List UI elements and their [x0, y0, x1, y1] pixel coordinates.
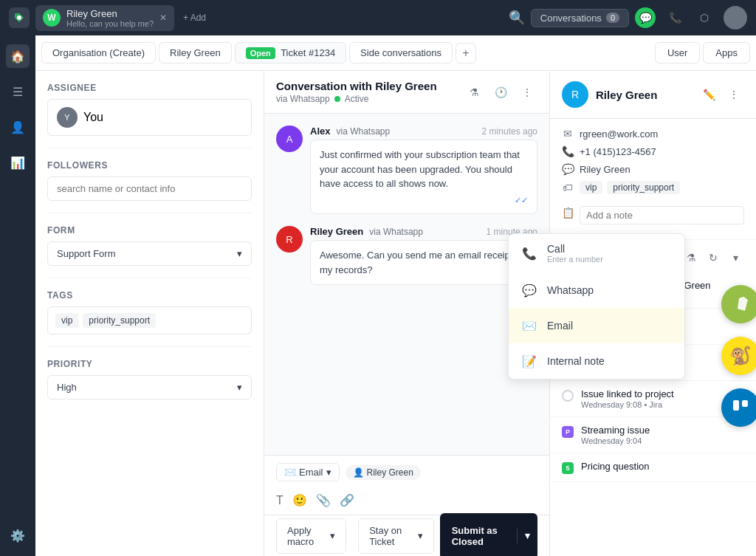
- tab-add-button[interactable]: +: [456, 43, 476, 64]
- assignee-box[interactable]: Y You: [47, 99, 252, 136]
- assignee-name: You: [83, 111, 103, 124]
- reply-type-dropdown[interactable]: 📞 Call Enter a number 💬 Whatsapp ✉️ Emai…: [508, 233, 685, 380]
- dropdown-whatsapp[interactable]: 💬 Whatsapp: [509, 272, 684, 308]
- dropdown-internal-note[interactable]: 📝 Internal note: [509, 343, 684, 379]
- contact-tag-priority[interactable]: priority_support: [607, 181, 680, 194]
- more-options-icon[interactable]: ⋮: [517, 82, 537, 103]
- stay-on-ticket-button[interactable]: Stay on Ticket ▾: [358, 518, 434, 554]
- whatsapp-label: Whatsapp: [547, 284, 594, 296]
- tag-priority-support[interactable]: priority_support: [83, 313, 156, 328]
- app-logo[interactable]: [9, 7, 30, 28]
- tab-close[interactable]: ✕: [159, 13, 167, 23]
- interaction-dot-5: P: [562, 426, 574, 438]
- tab-subtitle: Hello, can you help me?: [66, 19, 154, 28]
- conv-status: Active: [345, 94, 369, 104]
- tab-ticket[interactable]: Open Ticket #1234: [235, 42, 346, 64]
- svg-rect-5: [742, 400, 748, 407]
- apply-macro-button[interactable]: Apply macro ▾: [276, 518, 346, 554]
- contact-note-input[interactable]: [580, 206, 744, 224]
- shopify-app-icon[interactable]: [721, 285, 756, 323]
- tab-right-buttons: User Apps: [655, 42, 750, 64]
- alex-bubble: Just confirmed with your subscription te…: [310, 140, 537, 214]
- text-format-icon[interactable]: T: [276, 494, 284, 507]
- interactions-icons: ⚗ ↻ ▾: [682, 249, 744, 267]
- conversations-button[interactable]: Conversations 0: [531, 9, 629, 27]
- trello-app-icon[interactable]: [721, 388, 756, 427]
- interaction-content-4: Issue linked to project Wednesday 9:08 •…: [581, 388, 744, 409]
- message-alex: A Alex via Whatsapp 2 minutes ago Just c…: [276, 126, 537, 214]
- priority-select[interactable]: High ▾: [47, 375, 252, 399]
- riley-text: Awesome. Can you send me an email receip…: [320, 250, 526, 275]
- tab-customer[interactable]: Riley Green: [159, 42, 232, 64]
- interactions-refresh-icon[interactable]: ↻: [704, 249, 722, 267]
- email-label: Email: [547, 320, 573, 332]
- nav-settings[interactable]: ⚙️: [6, 524, 30, 547]
- edit-icon[interactable]: ✏️: [698, 84, 719, 105]
- compose-area: ✉️ Email ▾ 👤 Riley Green T 🙂 📎 �: [264, 455, 549, 515]
- link-icon[interactable]: 🔗: [340, 493, 354, 507]
- nav-home[interactable]: 🏠: [6, 44, 30, 68]
- tab-side-conversations[interactable]: Side conversations: [349, 42, 453, 64]
- contact-actions: ✏️ ⋮: [698, 84, 744, 105]
- contact-header: R Riley Green ✏️ ⋮: [550, 71, 756, 119]
- interaction-6[interactable]: 5 Pricing question: [550, 453, 756, 482]
- main-area: 🏠 ☰ 👤 📊 ⚙️ Organisation (Create) Riley G…: [0, 35, 756, 556]
- submit-label: Submit as Closed: [440, 519, 518, 553]
- search-icon[interactable]: 🔍: [509, 10, 525, 26]
- riley-message-header: Riley Green via Whatsapp 1 minute ago: [310, 226, 537, 237]
- nav-users[interactable]: 👤: [6, 115, 30, 139]
- user-avatar[interactable]: [724, 6, 747, 30]
- conversation-title: Conversation with Riley Green: [276, 80, 437, 92]
- interactions-collapse-icon[interactable]: ▾: [726, 249, 744, 267]
- tags-container: vip priority_support: [47, 306, 252, 334]
- submit-arrow-icon[interactable]: ▾: [518, 524, 537, 547]
- ticket-status-badge: Open: [246, 47, 275, 59]
- nav-reports[interactable]: 📊: [6, 151, 30, 174]
- interaction-sub-5: Wednesday 9:04: [581, 436, 744, 445]
- attachment-icon[interactable]: 📎: [316, 493, 331, 507]
- conversation-header: Conversation with Riley Green via Whatsa…: [264, 71, 549, 114]
- conversation-subtitle: via Whatsapp Active: [276, 94, 437, 104]
- stay-chevron-icon: ▾: [418, 530, 423, 541]
- alex-message-content: Alex via Whatsapp 2 minutes ago Just con…: [310, 126, 537, 214]
- grid-icon[interactable]: ⬡: [694, 7, 715, 28]
- more-options-contact-icon[interactable]: ⋮: [724, 84, 744, 105]
- dropdown-call[interactable]: 📞 Call Enter a number: [509, 234, 684, 272]
- submit-button[interactable]: Submit as Closed ▾: [440, 513, 537, 557]
- dropdown-email[interactable]: ✉️ Email: [509, 308, 684, 343]
- mailchimp-app-icon[interactable]: 🐒: [721, 337, 756, 375]
- contact-info: ✉ rgreen@work.com 📞 +1 (415)123-4567 💬 R…: [550, 119, 756, 240]
- form-select[interactable]: Support Form ▾: [47, 241, 252, 266]
- phone-icon[interactable]: 📞: [664, 7, 685, 28]
- followers-input[interactable]: [47, 176, 252, 201]
- contact-tag-vip[interactable]: vip: [580, 181, 602, 194]
- conversations-count: 0: [606, 13, 619, 23]
- nav-tickets[interactable]: ☰: [6, 80, 30, 103]
- call-icon: 📞: [520, 244, 538, 262]
- contact-tags: vip priority_support: [580, 181, 680, 194]
- topbar: W Riley Green Hello, can you help me? ✕ …: [0, 0, 756, 35]
- nav-sidebar: 🏠 ☰ 👤 📊 ⚙️: [0, 35, 35, 556]
- conversations-label: Conversations: [540, 13, 602, 24]
- conv-via: via Whatsapp: [276, 94, 330, 104]
- chat-icon[interactable]: 💬: [635, 7, 656, 28]
- filter-icon[interactable]: ⚗: [464, 82, 484, 103]
- internal-note-label: Internal note: [547, 355, 605, 367]
- tag-vip[interactable]: vip: [55, 313, 78, 328]
- emoji-icon[interactable]: 🙂: [292, 493, 307, 507]
- tab-apps-button[interactable]: Apps: [703, 42, 750, 64]
- tab-organisation[interactable]: Organisation (Create): [41, 42, 156, 64]
- history-icon[interactable]: 🕐: [490, 82, 511, 103]
- add-button[interactable]: + Add: [183, 13, 206, 23]
- content-area: Organisation (Create) Riley Green Open T…: [35, 35, 756, 556]
- tab-user-button[interactable]: User: [655, 42, 700, 64]
- svg-rect-4: [733, 400, 739, 411]
- interaction-5[interactable]: P Streaming issue Wednesday 9:04: [550, 417, 756, 453]
- note-icon: 📝: [520, 352, 538, 370]
- compose-type-selector[interactable]: ✉️ Email ▾: [276, 463, 340, 481]
- contact-tags-row: 🏷 vip priority_support: [562, 181, 744, 194]
- active-tab[interactable]: W Riley Green Hello, can you help me? ✕: [35, 5, 174, 31]
- compose-recipient[interactable]: 👤 Riley Green: [346, 465, 421, 480]
- contact-avatar: R: [562, 81, 588, 108]
- read-check: ✓✓: [320, 194, 528, 207]
